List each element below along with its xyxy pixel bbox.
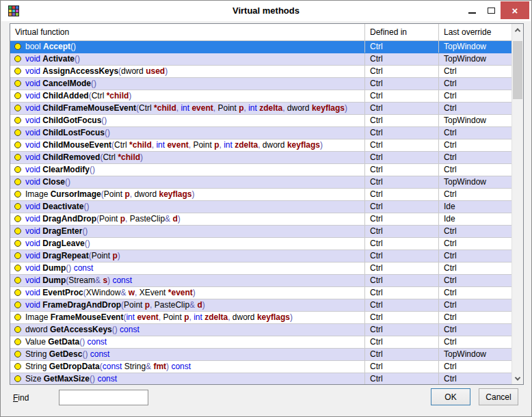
table-row[interactable]: bool Accept()CtrlTopWindow [10,41,511,53]
method-bullet-icon [14,363,21,370]
table-row[interactable]: void Activate()CtrlTopWindow [10,53,511,66]
column-header-last-override[interactable]: Last override [438,24,511,40]
last-override-cell: Ctrl [438,78,511,90]
table-row[interactable]: void ChildLostFocus()CtrlCtrl [10,127,511,139]
virtual-function-cell: bool Accept() [10,41,364,53]
minimize-icon [468,12,476,14]
maximize-icon [488,8,495,14]
defined-in-cell: Ctrl [364,201,438,213]
method-bullet-icon [14,252,21,259]
table-row[interactable]: void ChildRemoved(Ctrl *child)CtrlCtrl [10,152,511,164]
scrollbar-down-button[interactable] [512,373,523,384]
defined-in-cell: Ctrl [364,336,438,348]
column-header-defined-in[interactable]: Defined in [364,24,438,40]
defined-in-cell: Ctrl [364,250,438,262]
maximize-button[interactable] [481,1,501,19]
virtual-function-cell: void ChildLostFocus() [10,127,364,139]
virtual-function-cell: void Dump(Stream& s) const [10,275,364,286]
last-override-cell: TopWindow [438,115,511,126]
defined-in-cell: Ctrl [364,263,438,274]
defined-in-cell: Ctrl [364,139,438,151]
find-input[interactable] [59,390,148,405]
table-row[interactable]: void DragLeave()CtrlCtrl [10,238,511,250]
table-row[interactable]: void Dump() constCtrlCtrl [10,263,511,275]
last-override-cell: TopWindow [438,41,511,53]
defined-in-cell: Ctrl [364,176,438,188]
defined-in-cell: Ctrl [364,299,438,311]
virtual-function-cell: void ChildAdded(Ctrl *child) [10,90,364,102]
virtual-function-cell: Value GetData() const [10,336,364,348]
defined-in-cell: Ctrl [364,238,438,250]
last-override-cell: TopWindow [438,349,511,360]
virtual-function-cell: void Activate() [10,53,364,65]
virtual-function-cell: dword GetAccessKeys() const [10,324,364,336]
table-row[interactable]: Image FrameMouseEvent(int event, Point p… [10,312,511,324]
virtual-function-cell: void EventProc(XWindow& w, XEvent *event… [10,287,364,299]
defined-in-cell: Ctrl [364,275,438,286]
table-row[interactable]: Size GetMaxSize() constCtrlCtrl [10,373,511,384]
last-override-cell: Ctrl [438,90,511,102]
table-row[interactable]: void Close()CtrlTopWindow [10,176,511,189]
table-row[interactable]: void CancelMode()CtrlCtrl [10,78,511,90]
scrollbar-up-button[interactable] [512,24,523,36]
defined-in-cell: Ctrl [364,324,438,336]
table-row[interactable]: void FrameDragAndDrop(Point p, PasteClip… [10,299,511,312]
method-bullet-icon [14,203,21,210]
table-row[interactable]: Image CursorImage(Point p, dword keyflag… [10,189,511,201]
last-override-cell: Ctrl [438,152,511,163]
virtual-function-cell: String GetDropData(const String& fmt) co… [10,361,364,373]
virtual-function-cell: void DragAndDrop(Point p, PasteClip& d) [10,213,364,225]
defined-in-cell: Ctrl [364,373,438,384]
method-bullet-icon [14,68,21,75]
table-row[interactable]: void ChildFrameMouseEvent(Ctrl *child, i… [10,103,511,115]
virtual-function-cell: void Deactivate() [10,201,364,213]
scrollbar-thumb[interactable] [513,41,522,99]
table-row[interactable]: void ChildMouseEvent(Ctrl *child, int ev… [10,139,511,152]
last-override-cell: Ctrl [438,189,511,200]
ok-button[interactable]: OK [431,388,470,405]
table-row[interactable]: dword GetAccessKeys() constCtrlCtrl [10,324,511,336]
table-row[interactable]: Value GetData() constCtrlCtrl [10,336,511,349]
last-override-cell: Ctrl [438,312,511,323]
table-row[interactable]: void ChildGotFocus()CtrlTopWindow [10,115,511,127]
minimize-button[interactable] [462,1,481,19]
vertical-scrollbar[interactable] [511,24,523,384]
virtual-function-cell: void Close() [10,176,364,188]
defined-in-cell: Ctrl [364,312,438,323]
last-override-cell: Ctrl [438,164,511,176]
last-override-cell: Ctrl [438,226,511,237]
table-row[interactable]: String GetDesc() constCtrlTopWindow [10,349,511,361]
method-bullet-icon [14,301,21,308]
virtual-function-cell: Image CursorImage(Point p, dword keyflag… [10,189,364,200]
last-override-cell: Ide [438,201,511,213]
defined-in-cell: Ctrl [364,213,438,225]
virtual-function-cell: void Dump() const [10,263,364,274]
table-row[interactable]: String GetDropData(const String& fmt) co… [10,361,511,373]
table-row[interactable]: void DragAndDrop(Point p, PasteClip& d)C… [10,213,511,226]
table-row[interactable]: void Deactivate()CtrlIde [10,201,511,213]
defined-in-cell: Ctrl [364,53,438,65]
cancel-button[interactable]: Cancel [479,388,518,405]
table-row[interactable]: void ClearModify()CtrlCtrl [10,164,511,176]
close-button[interactable]: × [501,1,529,19]
table-row[interactable]: void Dump(Stream& s) constCtrlCtrl [10,275,511,287]
virtual-function-cell: Size GetMaxSize() const [10,373,364,384]
last-override-cell: Ctrl [438,250,511,262]
titlebar: Virtual methods × [1,1,531,21]
table-row[interactable]: void DragEnter()CtrlCtrl [10,226,511,238]
table-row[interactable]: void ChildAdded(Ctrl *child)CtrlCtrl [10,90,511,103]
last-override-cell: Ctrl [438,287,511,299]
defined-in-cell: Ctrl [364,66,438,77]
virtual-function-cell: void DragRepeat(Point p) [10,250,364,262]
virtual-function-cell: void DragLeave() [10,238,364,250]
method-bullet-icon [14,277,21,284]
method-bullet-icon [14,338,21,345]
defined-in-cell: Ctrl [364,226,438,237]
method-bullet-icon [14,326,21,333]
table-row[interactable]: void DragRepeat(Point p)CtrlCtrl [10,250,511,263]
method-bullet-icon [14,314,21,321]
column-header-virtual-function[interactable]: Virtual function [10,24,364,40]
table-row[interactable]: void AssignAccessKeys(dword used)CtrlCtr… [10,66,511,78]
table-row[interactable]: void EventProc(XWindow& w, XEvent *event… [10,287,511,299]
virtual-function-cell: void CancelMode() [10,78,364,90]
